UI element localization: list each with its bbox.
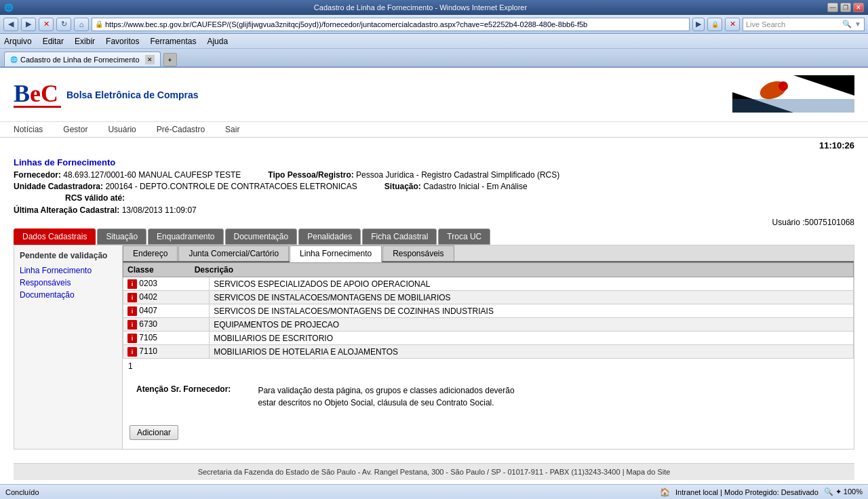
menu-favoritos[interactable]: Favoritos — [106, 37, 139, 46]
site-nav: Notícias Gestor Usuário Pré-Cadastro Sai… — [0, 122, 868, 138]
info-section-3: spacer RCS válido até: — [14, 193, 854, 203]
refresh-go-button[interactable]: ▶ — [692, 18, 705, 31]
ultima-alteracao-value: 13/08/2013 11:09:07 — [122, 205, 197, 215]
sidebar: Pendente de validação Linha Fornecimento… — [14, 245, 123, 449]
address-text: https://www.bec.sp.gov.br/CAUFESP/(S(gli… — [105, 20, 587, 28]
logo-bec: BeC — [14, 81, 61, 108]
table-row[interactable]: i 0203SERVICOS ESPECIALIZADOS DE APOIO O… — [123, 277, 854, 291]
sidebar-link-documentacao[interactable]: Documentação — [20, 290, 117, 300]
tipo-pessoa-label: Tipo Pessoa/Registro: — [268, 170, 353, 180]
row-icon: i — [127, 306, 137, 316]
live-search-label: Live Search — [746, 20, 785, 28]
time-value: 11:10:26 — [819, 140, 854, 151]
tab-dados-cadastrais[interactable]: Dados Cadastrais — [14, 228, 96, 245]
menu-ferramentas[interactable]: Ferramentas — [150, 37, 196, 46]
table-row[interactable]: i 7110MOBILIARIOS DE HOTELARIA E ALOJAME… — [123, 345, 854, 359]
tab-situacao[interactable]: Situação — [97, 228, 146, 245]
cell-desc: MOBILIARIOS DE ESCRITORIO — [210, 332, 854, 345]
table-row[interactable]: i 6730EQUIPAMENTOS DE PROJECAO — [123, 318, 854, 332]
col-classe: Classe — [127, 265, 154, 275]
cell-code: i 7110 — [123, 345, 210, 359]
tab-documentacao[interactable]: Documentação — [225, 228, 298, 245]
window-controls: — ❐ ✕ — [827, 3, 864, 12]
zoom-icon: 🔍 — [824, 487, 833, 494]
tab-close-button[interactable]: ✕ — [145, 55, 155, 64]
stop-button[interactable]: ✕ — [39, 18, 54, 31]
minimize-button[interactable]: — — [827, 3, 838, 12]
adicionar-button[interactable]: Adicionar — [130, 425, 178, 440]
browser-menubar: Arquivo Editar Exibir Favoritos Ferramen… — [0, 34, 868, 49]
sub-tab-junta-comercial[interactable]: Junta Comercial/Cartório — [178, 245, 289, 261]
address-bar[interactable]: 🔒 https://www.bec.sp.gov.br/CAUFESP/(S(g… — [92, 18, 690, 31]
situacao-row: Situação: Cadastro Inicial - Em Análise — [384, 182, 528, 191]
tab-penalidades[interactable]: Penalidades — [298, 228, 361, 245]
table-row[interactable]: i 0402SERVICOS DE INSTALACOES/MONTAGENS … — [123, 291, 854, 304]
info-section: Fornecedor: 48.693.127/0001-60 MANUAL CA… — [14, 170, 854, 180]
back-button[interactable]: ◀ — [3, 18, 18, 31]
new-tab-button[interactable]: + — [163, 53, 177, 66]
cell-code: i 0402 — [123, 291, 210, 304]
tab-ficha-cadastral[interactable]: Ficha Cadastral — [362, 228, 437, 245]
main-content: Linhas de Fornecimento Fornecedor: 48.69… — [0, 153, 868, 494]
site-header: BeC Bolsa Eletrônica de Compras — [0, 68, 868, 122]
cell-desc: MOBILIARIOS DE HOTELARIA E ALOJAMENTOS — [210, 345, 854, 359]
sub-tab-endereco[interactable]: Endereço — [123, 245, 178, 261]
restore-button[interactable]: ❐ — [840, 3, 851, 12]
zoom-controls: 🔍 ✦ 100% — [824, 487, 863, 494]
time-display: 11:10:26 — [0, 138, 868, 153]
browser-tab[interactable]: 🌐 Cadastro de Linha de Fornecimento ✕ — [4, 52, 161, 66]
fornecedor-value: 48.693.127/0001-60 MANUAL CAUFESP TESTE — [63, 170, 241, 180]
nav-noticias[interactable]: Notícias — [14, 125, 43, 134]
tab-troca-uc[interactable]: Troca UC — [438, 228, 490, 245]
attention-label: Atenção Sr. Fornecedor: — [136, 384, 231, 409]
page-title: Linhas de Fornecimento — [14, 153, 854, 170]
svg-rect-6 — [732, 99, 854, 113]
nav-sair[interactable]: Sair — [225, 125, 239, 134]
menu-arquivo[interactable]: Arquivo — [4, 37, 32, 46]
info-section-2: Unidade Cadastradora: 200164 - DEPTO.CON… — [14, 182, 854, 191]
row-icon: i — [127, 320, 137, 330]
forward-button[interactable]: ▶ — [21, 18, 36, 31]
live-search-box[interactable]: Live Search 🔍 ▼ — [743, 18, 865, 31]
menu-editar[interactable]: Editar — [43, 37, 64, 46]
attention-text: Para validação desta página, os grupos e… — [258, 384, 529, 409]
sidebar-link-linha-fornecimento[interactable]: Linha Fornecimento — [20, 266, 117, 275]
logo-subtitle: Bolsa Eletrônica de Compras — [66, 89, 199, 100]
refresh-button[interactable]: ↻ — [56, 18, 71, 31]
col-descricao: Descrição — [195, 265, 233, 275]
browser-statusbar: Concluído 🏠 Intranet local | Modo Proteg… — [0, 484, 868, 494]
sub-tab-linha-fornecimento[interactable]: Linha Fornecimento — [290, 245, 382, 262]
content-main: Endereço Junta Comercial/Cartório Linha … — [123, 245, 854, 449]
certificate-button[interactable]: 🔒 — [707, 18, 722, 31]
cell-desc: SERVICOS ESPECIALIZADOS DE APOIO OPERACI… — [210, 277, 854, 291]
site-footer: Secretaria da Fazenda do Estado de São P… — [14, 463, 854, 480]
situacao-value: Cadastro Inicial - Em Análise — [423, 182, 527, 191]
nav-usuario[interactable]: Usuário — [108, 125, 136, 134]
cell-desc: EQUIPAMENTOS DE PROJECAO — [210, 318, 854, 332]
close-button[interactable]: ✕ — [853, 3, 864, 12]
flag-container — [732, 75, 854, 115]
close-tab-button[interactable]: ✕ — [725, 18, 740, 31]
nav-pre-cadastro[interactable]: Pré-Cadastro — [157, 125, 205, 134]
unidade-row: Unidade Cadastradora: 200164 - DEPTO.CON… — [14, 182, 357, 191]
search-icon: 🔍 — [842, 20, 852, 28]
tipo-pessoa-value: Pessoa Jurídica - Registro Cadastral Sim… — [356, 170, 559, 180]
home-button[interactable]: ⌂ — [74, 18, 89, 31]
sidebar-link-responsaveis[interactable]: Responsáveis — [20, 278, 117, 287]
menu-ajuda[interactable]: Ajuda — [207, 37, 228, 46]
tab-enquadramento[interactable]: Enquadramento — [148, 228, 223, 245]
fornecedor-label: Fornecedor: — [14, 170, 61, 180]
table-row[interactable]: i 0407SERVICOS DE INSTALACOES/MONTAGENS … — [123, 304, 854, 318]
rcs-label: RCS válido até: — [65, 193, 125, 203]
sub-tab-responsaveis[interactable]: Responsáveis — [382, 245, 454, 261]
usuario-value: 50075101068 — [805, 218, 854, 227]
table-row[interactable]: i 7105MOBILIARIOS DE ESCRITORIO — [123, 332, 854, 345]
search-dropdown-icon[interactable]: ▼ — [854, 20, 861, 28]
tab-favicon: 🌐 — [10, 56, 18, 63]
menu-exibir[interactable]: Exibir — [75, 37, 95, 46]
situacao-label: Situação: — [384, 182, 421, 191]
logo-ec: eC — [30, 80, 58, 107]
row-icon: i — [127, 279, 137, 289]
lock-icon: 🔒 — [95, 20, 103, 28]
nav-gestor[interactable]: Gestor — [63, 125, 87, 134]
